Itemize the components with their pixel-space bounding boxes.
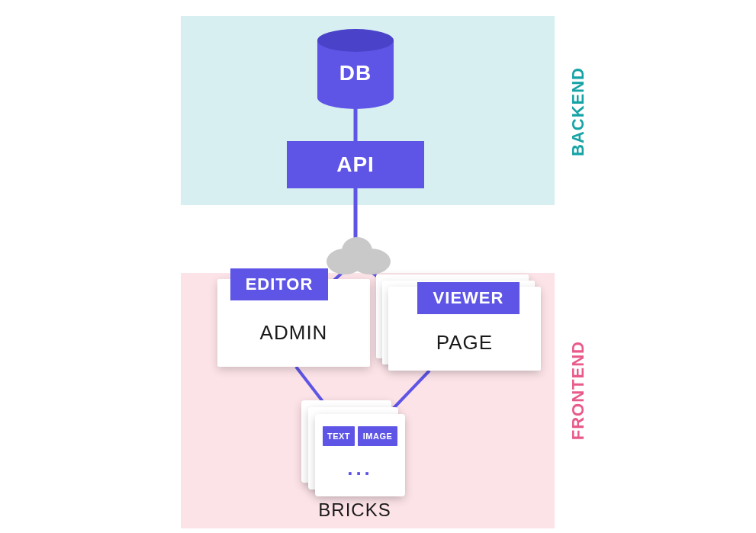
bricks-card-stack: TEXT IMAGE ... xyxy=(301,400,405,499)
bricks-label: BRICKS xyxy=(298,499,412,521)
admin-label: ADMIN xyxy=(217,321,370,345)
api-label: API xyxy=(336,153,375,177)
brick-ellipsis: ... xyxy=(315,457,405,480)
admin-card: EDITOR ADMIN xyxy=(217,279,370,367)
viewer-tag-label: VIEWER xyxy=(433,288,504,308)
svg-point-8 xyxy=(342,237,372,265)
frontend-section-label: FRONTEND xyxy=(568,341,588,440)
bricks-card-front: TEXT IMAGE ... xyxy=(315,414,405,496)
brick-chip-image: IMAGE xyxy=(358,426,397,446)
viewer-tag: VIEWER xyxy=(417,282,520,314)
db-cylinder-top xyxy=(317,29,394,52)
architecture-diagram: BACKEND FRONTEND DB API ED xyxy=(0,0,756,533)
editor-tag-label: EDITOR xyxy=(246,275,314,294)
backend-section-label: BACKEND xyxy=(568,67,588,156)
api-node: API xyxy=(287,141,424,188)
cloud-icon xyxy=(323,233,392,275)
page-label: PAGE xyxy=(388,331,541,355)
brick-chip-text: TEXT xyxy=(323,426,355,446)
page-card-stack: VIEWER PAGE xyxy=(376,275,541,371)
db-node: DB xyxy=(317,29,394,109)
page-card-front: VIEWER PAGE xyxy=(388,287,541,371)
editor-tag: EDITOR xyxy=(230,268,328,300)
db-label: DB xyxy=(317,61,394,85)
